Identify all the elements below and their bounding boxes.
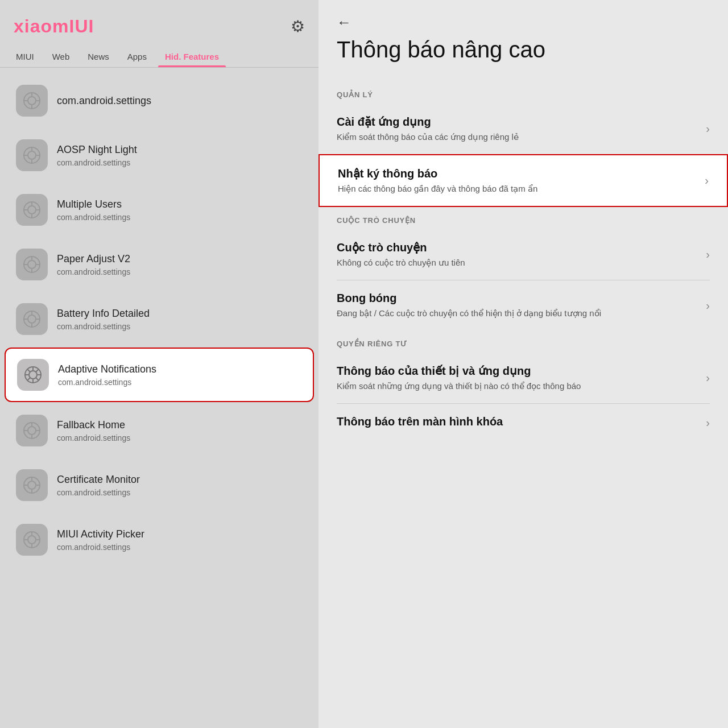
app-info: com.android.settings xyxy=(57,95,151,107)
nav-tabs: MIUI Web News Apps Hid. Features xyxy=(0,46,318,68)
menu-item-nhat-ky-thong-bao[interactable]: Nhật ký thông báo Hiện các thông báo gần… xyxy=(318,154,728,207)
menu-item-bong-bong[interactable]: Bong bóng Đang bật / Các cuộc trò chuyện… xyxy=(318,280,728,330)
app-name: Multiple Users xyxy=(57,198,130,210)
app-package: com.android.settings xyxy=(57,433,130,442)
settings-icon[interactable]: ⚙ xyxy=(291,17,305,36)
menu-item-content: Cài đặt ứng dụng Kiểm soát thông báo của… xyxy=(337,115,699,143)
app-name: MIUI Activity Picker xyxy=(57,528,144,540)
svg-point-47 xyxy=(28,481,36,489)
list-item-adaptive-notifications[interactable]: Adaptive Notifications com.android.setti… xyxy=(5,348,314,402)
list-item[interactable]: Battery Info Detailed com.android.settin… xyxy=(5,293,314,345)
section-label-quan-ly: QUẢN LÝ xyxy=(318,81,728,104)
section-label-cuoc-tro-chuyen: CUỘC TRÒ CHUYỆN xyxy=(318,207,728,229)
app-package: com.android.settings xyxy=(57,213,130,222)
menu-item-subtitle: Kiểm soát thông báo của các ứng dụng riê… xyxy=(337,131,699,143)
right-header: ← Thông báo nâng cao xyxy=(318,0,728,81)
app-icon xyxy=(16,139,48,171)
tab-apps[interactable]: Apps xyxy=(121,46,154,67)
chevron-right-icon: › xyxy=(706,416,710,429)
svg-point-25 xyxy=(28,315,36,323)
svg-line-36 xyxy=(28,370,31,373)
app-icon xyxy=(16,469,48,501)
app-logo: xiaomIUI xyxy=(14,16,94,37)
app-icon xyxy=(16,85,48,117)
menu-item-content: Thông báo trên màn hình khóa xyxy=(337,415,699,431)
menu-item-cuoc-tro-chuyen[interactable]: Cuộc trò chuyện Không có cuộc trò chuyện… xyxy=(318,229,728,280)
app-icon xyxy=(17,359,49,391)
app-icon xyxy=(16,303,48,335)
menu-item-content: Cuộc trò chuyện Không có cuộc trò chuyện… xyxy=(337,241,699,268)
section-label-quyen-rieng-tu: QUYỀN RIÊNG TƯ xyxy=(318,330,728,353)
svg-point-13 xyxy=(28,206,36,214)
menu-item-title: Thông báo của thiết bị và ứng dụng xyxy=(337,364,699,378)
menu-item-subtitle: Kiểm soát những ứng dụng và thiết bị nào… xyxy=(337,380,699,392)
app-list: com.android.settings AOSP Night Light co… xyxy=(0,68,318,728)
app-package: com.android.settings xyxy=(57,488,140,497)
list-item[interactable]: Multiple Users com.android.settings xyxy=(5,184,314,236)
chevron-right-icon: › xyxy=(706,299,710,312)
menu-item-content: Thông báo của thiết bị và ứng dụng Kiểm … xyxy=(337,364,699,392)
app-name: Battery Info Detailed xyxy=(57,308,150,320)
svg-line-39 xyxy=(28,378,31,380)
app-name: Adaptive Notifications xyxy=(58,363,156,375)
page-title: Thông báo nâng cao xyxy=(337,36,710,63)
left-panel: xiaomIUI ⚙ MIUI Web News Apps Hid. Featu… xyxy=(0,0,318,728)
app-header: xiaomIUI ⚙ xyxy=(0,0,318,46)
menu-item-subtitle: Không có cuộc trò chuyện ưu tiên xyxy=(337,257,699,268)
app-icon xyxy=(16,194,48,226)
menu-item-subtitle: Hiện các thông báo gần đây và thông báo … xyxy=(338,183,698,195)
svg-point-41 xyxy=(28,427,36,435)
app-name: Fallback Home xyxy=(57,419,130,431)
app-info: Paper Adjust V2 com.android.settings xyxy=(57,253,130,276)
app-package: com.android.settings xyxy=(57,543,144,552)
menu-item-title: Bong bóng xyxy=(337,292,699,305)
tab-web[interactable]: Web xyxy=(46,46,77,67)
app-info: Certificate Monitor com.android.settings xyxy=(57,474,140,497)
svg-point-7 xyxy=(28,151,36,159)
list-item[interactable]: MIUI Activity Picker com.android.setting… xyxy=(5,514,314,566)
app-info: Adaptive Notifications com.android.setti… xyxy=(58,363,156,387)
list-item[interactable]: Certificate Monitor com.android.settings xyxy=(5,459,314,511)
app-name: AOSP Night Light xyxy=(57,144,137,156)
app-package: com.android.settings xyxy=(57,322,150,331)
right-panel: ← Thông báo nâng cao QUẢN LÝ Cài đặt ứng… xyxy=(318,0,728,728)
list-item[interactable]: AOSP Night Light com.android.settings xyxy=(5,129,314,181)
app-info: Battery Info Detailed com.android.settin… xyxy=(57,308,150,331)
app-package: com.android.settings xyxy=(58,378,156,387)
menu-item-thong-bao-man-hinh-khoa[interactable]: Thông báo trên màn hình khóa › xyxy=(318,404,728,442)
tab-news[interactable]: News xyxy=(81,46,116,67)
svg-point-19 xyxy=(28,260,36,268)
menu-item-thong-bao-thiet-bi[interactable]: Thông báo của thiết bị và ứng dụng Kiểm … xyxy=(318,353,728,403)
chevron-right-icon: › xyxy=(706,371,710,384)
app-info: MIUI Activity Picker com.android.setting… xyxy=(57,528,144,552)
back-button[interactable]: ← xyxy=(337,14,710,31)
menu-item-title: Cuộc trò chuyện xyxy=(337,241,699,254)
menu-item-title: Nhật ký thông báo xyxy=(338,167,698,180)
list-item[interactable]: com.android.settings xyxy=(5,75,314,127)
chevron-right-icon: › xyxy=(705,174,709,187)
menu-item-title: Thông báo trên màn hình khóa xyxy=(337,415,699,428)
app-package: com.android.settings xyxy=(57,267,130,276)
chevron-right-icon: › xyxy=(706,248,710,261)
menu-item-title: Cài đặt ứng dụng xyxy=(337,115,699,129)
tab-hid-features[interactable]: Hid. Features xyxy=(158,46,226,67)
app-info: Fallback Home com.android.settings xyxy=(57,419,130,442)
app-package: com.android.settings xyxy=(57,158,137,167)
chevron-right-icon: › xyxy=(706,122,710,135)
list-item[interactable]: Paper Adjust V2 com.android.settings xyxy=(5,238,314,291)
svg-point-1 xyxy=(28,97,36,105)
list-item[interactable]: Fallback Home com.android.settings xyxy=(5,404,314,457)
svg-line-37 xyxy=(36,378,39,380)
app-icon xyxy=(16,415,48,446)
menu-item-content: Nhật ký thông báo Hiện các thông báo gần… xyxy=(338,167,698,195)
svg-line-38 xyxy=(36,370,39,373)
app-name: com.android.settings xyxy=(57,95,151,107)
app-name: Paper Adjust V2 xyxy=(57,253,130,265)
app-name: Certificate Monitor xyxy=(57,474,140,486)
tab-miui[interactable]: MIUI xyxy=(9,46,41,67)
svg-point-31 xyxy=(29,371,37,379)
app-icon xyxy=(16,524,48,556)
menu-item-cai-dat-ung-dung[interactable]: Cài đặt ứng dụng Kiểm soát thông báo của… xyxy=(318,104,728,154)
app-info: Multiple Users com.android.settings xyxy=(57,198,130,222)
app-icon xyxy=(16,249,48,280)
